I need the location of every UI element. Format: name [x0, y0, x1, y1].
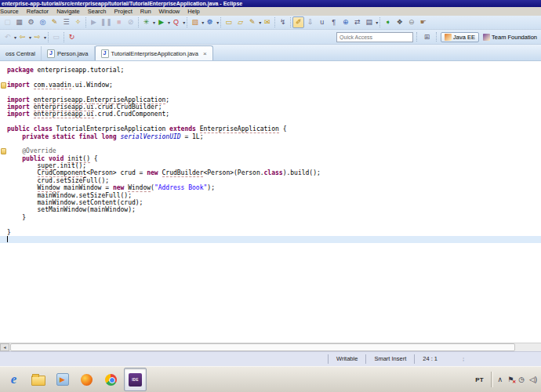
folder-icon[interactable]: ▱ — [234, 16, 246, 28]
code-line-16[interactable]: crud.setSizeFull(); — [7, 177, 541, 184]
action-center-flag-icon[interactable]: ⚑✕ — [507, 376, 514, 383]
stop-server-icon[interactable]: ⊖ — [405, 16, 417, 28]
open-type-icon[interactable]: ▭ — [223, 16, 234, 28]
code-line-14[interactable]: super.init(); — [7, 162, 541, 169]
show-hidden-icons[interactable]: ∧ — [498, 376, 503, 383]
menu-run[interactable]: Run — [136, 8, 155, 15]
code-line-7[interactable]: import enterpriseapp.ui.crud.CrudCompone… — [7, 111, 541, 118]
highlight-occurrences-icon[interactable]: ✐ — [292, 16, 304, 28]
close-icon[interactable]: × — [203, 50, 207, 57]
code-line-11[interactable] — [7, 140, 541, 147]
editor-tab-strip: oss CentralJPerson.javaJTutorialEnterpri… — [0, 45, 541, 61]
code-area[interactable]: package enterpriseapp.tutorial;import co… — [7, 67, 541, 243]
perspective-team-foundation[interactable]: Team Foundation — [479, 32, 541, 42]
search-icon[interactable]: ◎ — [37, 16, 49, 28]
tray-icons: ∧⚑✕◷◁) — [496, 376, 539, 383]
dropdown-arrow-icon[interactable]: ▾ — [216, 20, 219, 25]
code-line-6[interactable]: import enterpriseapp.ui.crud.CrudBuilder… — [7, 103, 541, 111]
web-browser-icon[interactable]: ⊕ — [339, 16, 351, 28]
dropdown-arrow-icon[interactable]: ▾ — [44, 34, 46, 40]
taskbar-chrome[interactable] — [100, 368, 122, 391]
quick-access-input[interactable] — [336, 32, 413, 42]
code-line-9[interactable]: public class TutorialEnterpriseApplicati… — [7, 125, 541, 132]
editor-area[interactable]: package enterpriseapp.tutorial;import co… — [0, 61, 541, 343]
profile-icon[interactable]: Q — [170, 16, 182, 28]
annotation-nav-icon[interactable]: ▤ — [363, 16, 375, 28]
code-line-20[interactable]: setMainWindow(mainWindow); — [7, 206, 541, 213]
scroll-left-button[interactable]: ◂ — [0, 343, 9, 351]
dropdown-arrow-icon[interactable]: ▾ — [183, 20, 185, 25]
open-perspective-button[interactable]: ⊞ — [421, 31, 433, 43]
tab-person-java[interactable]: JPerson.java — [42, 46, 95, 60]
mark-icon[interactable]: ✎ — [246, 16, 258, 28]
tab-label: TutorialEnterpriseApplication.java — [111, 50, 198, 57]
code-line-15[interactable]: CrudComponent<Person> crud = new CrudBui… — [7, 169, 541, 176]
show-selected-icon[interactable]: ⇩ — [304, 16, 316, 28]
taskbar-internet-explorer[interactable]: e — [2, 368, 25, 391]
code-line-23[interactable]: } — [7, 229, 541, 236]
save-icon[interactable]: ▦ — [13, 16, 25, 28]
menu-window[interactable]: Window — [155, 8, 184, 15]
taskbar-eclipse-java-ee-ide[interactable]: IDE — [124, 368, 147, 391]
build-all-icon[interactable]: ⚙ — [25, 16, 37, 28]
menu-source[interactable]: Source — [0, 8, 23, 15]
code-line-21[interactable]: } — [7, 214, 541, 221]
taskbar-windows-explorer[interactable] — [27, 368, 49, 391]
code-line-12[interactable]: @Override — [7, 147, 541, 154]
debug-icon[interactable]: ✳ — [140, 16, 152, 28]
pointer-icon[interactable]: ☛ — [417, 16, 429, 28]
menu-bar: SourceRefactorNavigateSearchProjectRunWi… — [0, 7, 541, 16]
menu-search[interactable]: Search — [84, 8, 111, 15]
mail-icon[interactable]: ✉ — [261, 16, 273, 28]
connect-icon[interactable]: ↯ — [277, 16, 289, 28]
taskbar-buttons: e▶IDE — [0, 367, 147, 392]
annotate-pencil-icon[interactable]: ✎ — [49, 16, 60, 28]
scrollbar-thumb[interactable] — [10, 343, 515, 351]
code-line-18[interactable]: mainWindow.setSizeFull(); — [7, 192, 541, 199]
clock-icon[interactable]: ◷ — [518, 376, 525, 383]
code-line-5[interactable]: import enterpriseapp.EnterpriseApplicati… — [7, 96, 541, 103]
code-line-1[interactable]: package enterpriseapp.tutorial; — [7, 67, 541, 74]
code-line-17[interactable]: Window mainWindow = new Window("Address … — [7, 184, 541, 191]
menu-navigate[interactable]: Navigate — [53, 8, 84, 15]
next-annotation-icon[interactable]: ❖ — [394, 16, 405, 28]
code-line-13[interactable]: public void init() { — [7, 155, 541, 162]
dropdown-arrow-icon[interactable]: ▾ — [376, 20, 378, 25]
perspective-java-ee[interactable]: Java EE — [441, 32, 479, 42]
menu-help[interactable]: Help — [183, 8, 203, 15]
taskbar-media-player[interactable]: ▶ — [51, 368, 74, 391]
gutter-marker-icon — [1, 82, 6, 89]
run-icon[interactable]: ▶ — [155, 16, 167, 28]
code-line-8[interactable] — [7, 118, 541, 125]
menu-project[interactable]: Project — [111, 8, 136, 15]
code-line-19[interactable]: mainWindow.setContent(crud); — [7, 199, 541, 206]
taskbar-firefox[interactable] — [75, 368, 98, 391]
tab-oss-central[interactable]: oss Central — [0, 46, 42, 60]
forward-icon[interactable]: ⇨ — [31, 31, 43, 43]
menu-refactor[interactable]: Refactor — [23, 8, 53, 15]
toolbar-group: ✳▾▶▾Q▾ — [139, 17, 187, 27]
status-writable: Writable — [328, 354, 365, 364]
new-deploy-icon[interactable]: ▧ — [189, 16, 201, 28]
show-whitespace-icon[interactable]: ¶ — [328, 16, 339, 28]
code-line-10[interactable]: private static final long serialVersionU… — [7, 133, 541, 140]
code-line-3[interactable]: import com.vaadin.ui.Window; — [7, 82, 541, 89]
underline-toggle-icon[interactable]: u — [316, 16, 328, 28]
window-title: enterprise-app-tutorial/src/enterpriseap… — [0, 0, 541, 7]
internet-explorer-icon: e — [11, 372, 17, 387]
jboss-central-icon[interactable]: ↻ — [66, 31, 78, 43]
language-indicator[interactable]: PT — [470, 376, 488, 383]
back-icon[interactable]: ⇦ — [16, 31, 28, 43]
wand-icon[interactable]: ✧ — [72, 16, 84, 28]
last-edit-location-icon[interactable]: ➧ — [382, 16, 394, 28]
code-line-22[interactable] — [7, 221, 541, 228]
volume-icon[interactable]: ◁) — [529, 376, 537, 383]
new-service-icon[interactable]: ☸ — [204, 16, 216, 28]
code-line-2[interactable] — [7, 74, 541, 81]
tab-tutorialenterpriseapplication-java[interactable]: JTutorialEnterpriseApplication.java× — [95, 45, 213, 60]
code-line-24[interactable] — [0, 236, 541, 243]
link-editor-icon[interactable]: ⇄ — [351, 16, 363, 28]
horizontal-scrollbar[interactable]: ◂ — [0, 343, 541, 351]
code-line-4[interactable] — [7, 89, 541, 96]
task-list-icon[interactable]: ☰ — [60, 16, 72, 28]
